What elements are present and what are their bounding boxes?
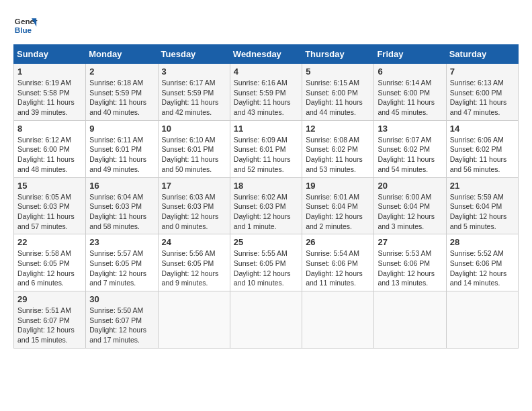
day-number: 18 xyxy=(234,181,298,191)
calendar-cell: 18Sunrise: 6:02 AMSunset: 6:03 PMDayligh… xyxy=(230,177,302,234)
calendar-cell xyxy=(446,291,518,349)
calendar-cell: 10Sunrise: 6:10 AMSunset: 6:01 PMDayligh… xyxy=(158,120,230,177)
day-number: 13 xyxy=(378,124,442,134)
day-info: Sunrise: 5:54 AMSunset: 6:06 PMDaylight:… xyxy=(306,248,370,288)
calendar-cell: 14Sunrise: 6:06 AMSunset: 6:02 PMDayligh… xyxy=(446,120,518,177)
day-info: Sunrise: 6:14 AMSunset: 6:00 PMDaylight:… xyxy=(378,78,442,118)
logo-icon: General Blue xyxy=(13,13,38,38)
calendar-cell: 8Sunrise: 6:12 AMSunset: 6:00 PMDaylight… xyxy=(14,120,86,177)
day-info: Sunrise: 6:08 AMSunset: 6:02 PMDaylight:… xyxy=(306,135,370,175)
day-info: Sunrise: 5:52 AMSunset: 6:06 PMDaylight:… xyxy=(450,248,515,288)
day-number: 26 xyxy=(306,237,370,247)
header-saturday: Saturday xyxy=(446,45,518,64)
calendar-cell: 4Sunrise: 6:16 AMSunset: 5:59 PMDaylight… xyxy=(230,64,302,121)
day-number: 27 xyxy=(378,237,442,247)
day-number: 16 xyxy=(89,181,154,191)
calendar-cell: 2Sunrise: 6:18 AMSunset: 5:59 PMDaylight… xyxy=(86,64,158,121)
day-number: 3 xyxy=(162,66,226,77)
day-info: Sunrise: 6:13 AMSunset: 6:00 PMDaylight:… xyxy=(450,78,515,118)
day-info: Sunrise: 6:18 AMSunset: 5:59 PMDaylight:… xyxy=(89,78,154,118)
calendar-cell: 11Sunrise: 6:09 AMSunset: 6:01 PMDayligh… xyxy=(230,120,302,177)
day-info: Sunrise: 6:15 AMSunset: 6:00 PMDaylight:… xyxy=(306,78,370,118)
calendar-cell xyxy=(158,291,230,349)
header-tuesday: Tuesday xyxy=(158,45,230,64)
calendar-cell: 28Sunrise: 5:52 AMSunset: 6:06 PMDayligh… xyxy=(446,234,518,291)
day-info: Sunrise: 6:04 AMSunset: 6:03 PMDaylight:… xyxy=(89,192,154,232)
calendar-cell: 7Sunrise: 6:13 AMSunset: 6:00 PMDaylight… xyxy=(446,64,518,121)
calendar-cell: 17Sunrise: 6:03 AMSunset: 6:03 PMDayligh… xyxy=(158,177,230,234)
calendar-cell: 30Sunrise: 5:50 AMSunset: 6:07 PMDayligh… xyxy=(86,291,158,349)
day-number: 12 xyxy=(306,124,370,134)
svg-text:Blue: Blue xyxy=(15,26,32,34)
calendar-cell: 9Sunrise: 6:11 AMSunset: 6:01 PMDaylight… xyxy=(86,120,158,177)
calendar-cell: 24Sunrise: 5:56 AMSunset: 6:05 PMDayligh… xyxy=(158,234,230,291)
day-number: 29 xyxy=(17,294,82,304)
day-number: 17 xyxy=(162,181,226,191)
day-number: 4 xyxy=(234,66,298,77)
day-number: 15 xyxy=(17,181,82,191)
day-info: Sunrise: 6:11 AMSunset: 6:01 PMDaylight:… xyxy=(89,135,154,175)
calendar-cell: 26Sunrise: 5:54 AMSunset: 6:06 PMDayligh… xyxy=(302,234,374,291)
calendar-table: SundayMondayTuesdayWednesdayThursdayFrid… xyxy=(13,44,519,349)
calendar-cell: 6Sunrise: 6:14 AMSunset: 6:00 PMDaylight… xyxy=(374,64,446,121)
calendar-cell: 13Sunrise: 6:07 AMSunset: 6:02 PMDayligh… xyxy=(374,120,446,177)
day-number: 28 xyxy=(450,237,515,247)
calendar-cell: 20Sunrise: 6:00 AMSunset: 6:04 PMDayligh… xyxy=(374,177,446,234)
day-info: Sunrise: 5:50 AMSunset: 6:07 PMDaylight:… xyxy=(89,306,154,345)
day-number: 7 xyxy=(450,66,515,77)
day-info: Sunrise: 5:56 AMSunset: 6:05 PMDaylight:… xyxy=(162,248,226,288)
header-sunday: Sunday xyxy=(14,45,86,64)
calendar-cell: 22Sunrise: 5:58 AMSunset: 6:05 PMDayligh… xyxy=(14,234,86,291)
day-number: 8 xyxy=(17,124,82,134)
calendar-cell: 5Sunrise: 6:15 AMSunset: 6:00 PMDaylight… xyxy=(302,64,374,121)
page-header: General Blue xyxy=(13,13,519,38)
calendar-week-row: 15Sunrise: 6:05 AMSunset: 6:03 PMDayligh… xyxy=(14,177,519,234)
day-info: Sunrise: 6:00 AMSunset: 6:04 PMDaylight:… xyxy=(378,192,442,232)
day-info: Sunrise: 6:03 AMSunset: 6:03 PMDaylight:… xyxy=(162,192,226,232)
day-info: Sunrise: 6:05 AMSunset: 6:03 PMDaylight:… xyxy=(17,192,82,232)
day-number: 21 xyxy=(450,181,515,191)
day-info: Sunrise: 5:53 AMSunset: 6:06 PMDaylight:… xyxy=(378,248,442,288)
day-number: 23 xyxy=(89,237,154,247)
day-number: 11 xyxy=(234,124,298,134)
calendar-cell: 23Sunrise: 5:57 AMSunset: 6:05 PMDayligh… xyxy=(86,234,158,291)
day-info: Sunrise: 6:06 AMSunset: 6:02 PMDaylight:… xyxy=(450,135,515,175)
day-info: Sunrise: 6:12 AMSunset: 6:00 PMDaylight:… xyxy=(17,135,82,175)
calendar-cell: 21Sunrise: 5:59 AMSunset: 6:04 PMDayligh… xyxy=(446,177,518,234)
calendar-cell xyxy=(374,291,446,349)
calendar-cell xyxy=(230,291,302,349)
day-info: Sunrise: 5:59 AMSunset: 6:04 PMDaylight:… xyxy=(450,192,515,232)
calendar-cell: 25Sunrise: 5:55 AMSunset: 6:05 PMDayligh… xyxy=(230,234,302,291)
day-number: 2 xyxy=(89,66,154,77)
day-number: 24 xyxy=(162,237,226,247)
day-info: Sunrise: 5:58 AMSunset: 6:05 PMDaylight:… xyxy=(17,248,82,288)
day-number: 19 xyxy=(306,181,370,191)
day-info: Sunrise: 6:10 AMSunset: 6:01 PMDaylight:… xyxy=(162,135,226,175)
day-number: 20 xyxy=(378,181,442,191)
calendar-cell: 3Sunrise: 6:17 AMSunset: 5:59 PMDaylight… xyxy=(158,64,230,121)
calendar-cell: 27Sunrise: 5:53 AMSunset: 6:06 PMDayligh… xyxy=(374,234,446,291)
header-monday: Monday xyxy=(86,45,158,64)
header-friday: Friday xyxy=(374,45,446,64)
day-info: Sunrise: 6:19 AMSunset: 5:58 PMDaylight:… xyxy=(17,78,82,118)
calendar-week-row: 22Sunrise: 5:58 AMSunset: 6:05 PMDayligh… xyxy=(14,234,519,291)
day-number: 30 xyxy=(89,294,154,304)
day-info: Sunrise: 6:07 AMSunset: 6:02 PMDaylight:… xyxy=(378,135,442,175)
day-info: Sunrise: 5:57 AMSunset: 6:05 PMDaylight:… xyxy=(89,248,154,288)
day-number: 9 xyxy=(89,124,154,134)
calendar-week-row: 29Sunrise: 5:51 AMSunset: 6:07 PMDayligh… xyxy=(14,291,519,349)
calendar-cell: 29Sunrise: 5:51 AMSunset: 6:07 PMDayligh… xyxy=(14,291,86,349)
header-thursday: Thursday xyxy=(302,45,374,64)
calendar-header-row: SundayMondayTuesdayWednesdayThursdayFrid… xyxy=(14,45,519,64)
day-number: 10 xyxy=(162,124,226,134)
day-info: Sunrise: 5:55 AMSunset: 6:05 PMDaylight:… xyxy=(234,248,298,288)
day-number: 6 xyxy=(378,66,442,77)
day-number: 5 xyxy=(306,66,370,77)
calendar-cell: 12Sunrise: 6:08 AMSunset: 6:02 PMDayligh… xyxy=(302,120,374,177)
calendar-week-row: 8Sunrise: 6:12 AMSunset: 6:00 PMDaylight… xyxy=(14,120,519,177)
day-number: 22 xyxy=(17,237,82,247)
day-info: Sunrise: 6:01 AMSunset: 6:04 PMDaylight:… xyxy=(306,192,370,232)
calendar-cell xyxy=(302,291,374,349)
day-info: Sunrise: 6:02 AMSunset: 6:03 PMDaylight:… xyxy=(234,192,298,232)
calendar-cell: 1Sunrise: 6:19 AMSunset: 5:58 PMDaylight… xyxy=(14,64,86,121)
